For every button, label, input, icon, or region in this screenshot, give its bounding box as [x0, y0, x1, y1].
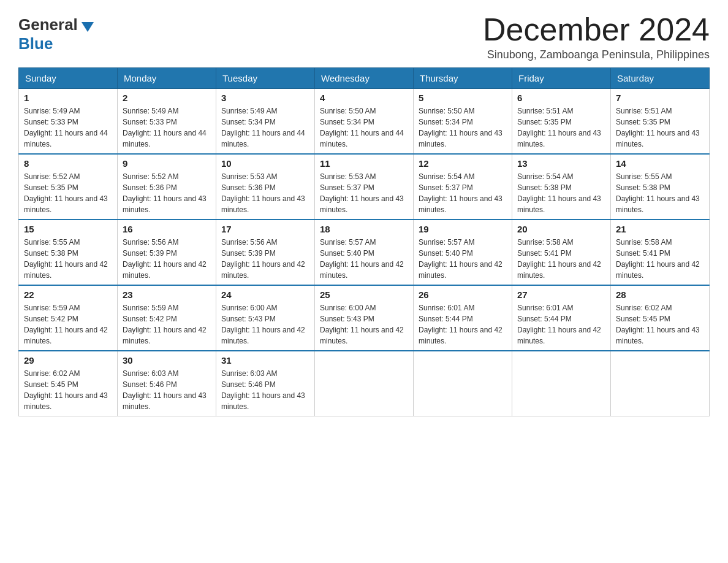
day-header-monday: Monday: [118, 68, 216, 89]
day-info: Sunrise: 5:50 AMSunset: 5:34 PMDaylight:…: [320, 105, 408, 150]
calendar-cell: 2Sunrise: 5:49 AMSunset: 5:33 PMDaylight…: [118, 89, 216, 155]
day-info: Sunrise: 6:00 AMSunset: 5:43 PMDaylight:…: [221, 302, 309, 347]
calendar-cell: 13Sunrise: 5:54 AMSunset: 5:38 PMDayligh…: [512, 154, 611, 220]
calendar-cell: 27Sunrise: 6:01 AMSunset: 5:44 PMDayligh…: [512, 285, 611, 351]
calendar-cell: 5Sunrise: 5:50 AMSunset: 5:34 PMDaylight…: [414, 89, 512, 155]
day-info: Sunrise: 5:52 AMSunset: 5:35 PMDaylight:…: [24, 171, 112, 215]
day-number: 17: [221, 224, 309, 234]
calendar-cell: 19Sunrise: 5:57 AMSunset: 5:40 PMDayligh…: [414, 220, 512, 285]
day-number: 15: [24, 224, 112, 234]
day-number: 18: [320, 224, 408, 234]
calendar-cell: 17Sunrise: 5:56 AMSunset: 5:39 PMDayligh…: [216, 220, 315, 285]
day-number: 4: [320, 93, 408, 103]
day-number: 26: [419, 289, 507, 300]
calendar-cell: 18Sunrise: 5:57 AMSunset: 5:40 PMDayligh…: [315, 220, 414, 285]
day-info: Sunrise: 6:02 AMSunset: 5:45 PMDaylight:…: [24, 368, 112, 412]
month-title: December 2024: [483, 12, 710, 47]
day-header-saturday: Saturday: [611, 68, 710, 89]
day-info: Sunrise: 5:57 AMSunset: 5:40 PMDaylight:…: [419, 237, 507, 281]
day-number: 13: [517, 158, 605, 169]
day-number: 27: [517, 289, 605, 300]
logo-blue: Blue: [18, 34, 53, 53]
day-info: Sunrise: 5:57 AMSunset: 5:40 PMDaylight:…: [320, 237, 408, 281]
day-info: Sunrise: 6:02 AMSunset: 5:45 PMDaylight:…: [616, 302, 704, 347]
day-header-tuesday: Tuesday: [216, 68, 315, 89]
logo-general: General: [18, 15, 78, 34]
calendar-cell: [315, 351, 414, 416]
calendar-cell: 25Sunrise: 6:00 AMSunset: 5:43 PMDayligh…: [315, 285, 414, 351]
day-number: 20: [517, 224, 605, 234]
calendar-cell: 7Sunrise: 5:51 AMSunset: 5:35 PMDaylight…: [611, 89, 710, 155]
day-number: 5: [419, 93, 507, 103]
calendar-cell: 1Sunrise: 5:49 AMSunset: 5:33 PMDaylight…: [19, 89, 118, 155]
day-info: Sunrise: 5:54 AMSunset: 5:37 PMDaylight:…: [419, 171, 507, 215]
day-number: 2: [123, 93, 211, 103]
day-header-friday: Friday: [512, 68, 611, 89]
day-info: Sunrise: 5:50 AMSunset: 5:34 PMDaylight:…: [419, 105, 507, 150]
calendar-cell: 23Sunrise: 5:59 AMSunset: 5:42 PMDayligh…: [118, 285, 216, 351]
day-info: Sunrise: 6:03 AMSunset: 5:46 PMDaylight:…: [221, 368, 309, 412]
day-info: Sunrise: 5:55 AMSunset: 5:38 PMDaylight:…: [24, 237, 112, 281]
calendar-cell: 28Sunrise: 6:02 AMSunset: 5:45 PMDayligh…: [611, 285, 710, 351]
logo-triangle-icon: [82, 22, 94, 32]
day-info: Sunrise: 5:53 AMSunset: 5:36 PMDaylight:…: [221, 171, 309, 215]
day-number: 29: [24, 355, 112, 366]
calendar-cell: [512, 351, 611, 416]
day-number: 11: [320, 158, 408, 169]
day-info: Sunrise: 5:53 AMSunset: 5:37 PMDaylight:…: [320, 171, 408, 215]
calendar-cell: 11Sunrise: 5:53 AMSunset: 5:37 PMDayligh…: [315, 154, 414, 220]
day-info: Sunrise: 6:00 AMSunset: 5:43 PMDaylight:…: [320, 302, 408, 347]
logo: General Blue: [18, 12, 94, 53]
calendar-cell: 15Sunrise: 5:55 AMSunset: 5:38 PMDayligh…: [19, 220, 118, 285]
calendar-cell: 26Sunrise: 6:01 AMSunset: 5:44 PMDayligh…: [414, 285, 512, 351]
day-number: 7: [616, 93, 704, 103]
calendar-cell: 21Sunrise: 5:58 AMSunset: 5:41 PMDayligh…: [611, 220, 710, 285]
calendar-cell: [414, 351, 512, 416]
day-number: 22: [24, 289, 112, 300]
calendar-cell: 8Sunrise: 5:52 AMSunset: 5:35 PMDaylight…: [19, 154, 118, 220]
calendar-cell: 31Sunrise: 6:03 AMSunset: 5:46 PMDayligh…: [216, 351, 315, 416]
calendar-cell: [611, 351, 710, 416]
day-number: 1: [24, 93, 112, 103]
calendar-cell: 30Sunrise: 6:03 AMSunset: 5:46 PMDayligh…: [118, 351, 216, 416]
calendar-week-row: 29Sunrise: 6:02 AMSunset: 5:45 PMDayligh…: [19, 351, 710, 416]
calendar-table: SundayMondayTuesdayWednesdayThursdayFrid…: [18, 67, 710, 416]
day-number: 23: [123, 289, 211, 300]
calendar-cell: 29Sunrise: 6:02 AMSunset: 5:45 PMDayligh…: [19, 351, 118, 416]
day-info: Sunrise: 5:56 AMSunset: 5:39 PMDaylight:…: [221, 237, 309, 281]
day-header-thursday: Thursday: [414, 68, 512, 89]
day-info: Sunrise: 6:01 AMSunset: 5:44 PMDaylight:…: [517, 302, 605, 347]
calendar-cell: 20Sunrise: 5:58 AMSunset: 5:41 PMDayligh…: [512, 220, 611, 285]
calendar-cell: 22Sunrise: 5:59 AMSunset: 5:42 PMDayligh…: [19, 285, 118, 351]
day-number: 31: [221, 355, 309, 366]
day-info: Sunrise: 5:51 AMSunset: 5:35 PMDaylight:…: [616, 105, 704, 150]
day-number: 30: [123, 355, 211, 366]
calendar-cell: 6Sunrise: 5:51 AMSunset: 5:35 PMDaylight…: [512, 89, 611, 155]
day-info: Sunrise: 5:51 AMSunset: 5:35 PMDaylight:…: [517, 105, 605, 150]
day-info: Sunrise: 6:01 AMSunset: 5:44 PMDaylight:…: [419, 302, 507, 347]
calendar-week-row: 8Sunrise: 5:52 AMSunset: 5:35 PMDaylight…: [19, 154, 710, 220]
day-info: Sunrise: 5:49 AMSunset: 5:33 PMDaylight:…: [24, 105, 112, 150]
day-info: Sunrise: 5:58 AMSunset: 5:41 PMDaylight:…: [517, 237, 605, 281]
day-info: Sunrise: 5:49 AMSunset: 5:33 PMDaylight:…: [123, 105, 211, 150]
day-info: Sunrise: 5:59 AMSunset: 5:42 PMDaylight:…: [24, 302, 112, 347]
day-number: 8: [24, 158, 112, 169]
calendar-cell: 12Sunrise: 5:54 AMSunset: 5:37 PMDayligh…: [414, 154, 512, 220]
day-number: 12: [419, 158, 507, 169]
calendar-week-row: 1Sunrise: 5:49 AMSunset: 5:33 PMDaylight…: [19, 89, 710, 155]
day-number: 6: [517, 93, 605, 103]
day-number: 28: [616, 289, 704, 300]
day-number: 14: [616, 158, 704, 169]
day-info: Sunrise: 5:52 AMSunset: 5:36 PMDaylight:…: [123, 171, 211, 215]
day-number: 16: [123, 224, 211, 234]
day-header-sunday: Sunday: [19, 68, 118, 89]
calendar-cell: 24Sunrise: 6:00 AMSunset: 5:43 PMDayligh…: [216, 285, 315, 351]
title-block: December 2024 Sinubong, Zamboanga Penins…: [483, 12, 710, 61]
day-number: 21: [616, 224, 704, 234]
calendar-header-row: SundayMondayTuesdayWednesdayThursdayFrid…: [19, 68, 710, 89]
day-number: 9: [123, 158, 211, 169]
day-number: 10: [221, 158, 309, 169]
day-info: Sunrise: 5:56 AMSunset: 5:39 PMDaylight:…: [123, 237, 211, 281]
day-info: Sunrise: 5:59 AMSunset: 5:42 PMDaylight:…: [123, 302, 211, 347]
calendar-cell: 14Sunrise: 5:55 AMSunset: 5:38 PMDayligh…: [611, 154, 710, 220]
